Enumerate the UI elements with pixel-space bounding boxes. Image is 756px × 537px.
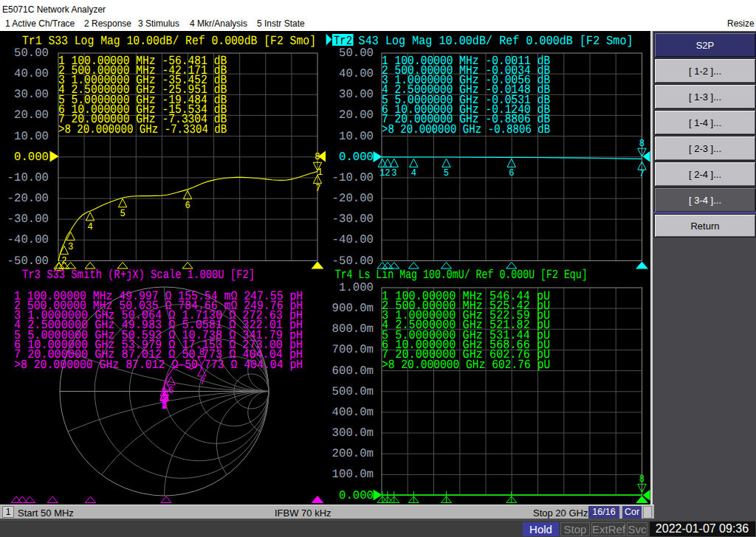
svg-text:4: 4: [411, 168, 416, 179]
svg-text:7: 7: [315, 184, 320, 195]
svg-text:-50.00: -50.00: [332, 254, 374, 268]
svg-text:3: 3: [68, 242, 73, 253]
svg-text:>8 20.000000 GHz 602.76 pU: >8 20.000000 GHz 602.76 pU: [382, 358, 550, 373]
svg-text:-10.00: -10.00: [332, 171, 374, 184]
svg-text:300.0m: 300.0m: [332, 426, 374, 440]
svg-text:0.000: 0.000: [339, 489, 374, 502]
svg-text:8: 8: [315, 152, 320, 163]
svg-text:0.000: 0.000: [14, 150, 49, 164]
svg-text:600.0m: 600.0m: [332, 364, 374, 378]
svg-text:6: 6: [509, 168, 514, 179]
svg-text:3: 3: [391, 168, 396, 179]
svg-text:7: 7: [639, 169, 645, 180]
svg-text:500.0m: 500.0m: [332, 385, 374, 398]
svg-text:40.00: 40.00: [339, 67, 374, 80]
svg-text:8: 8: [639, 139, 645, 150]
svg-text:10.00: 10.00: [339, 130, 374, 143]
svg-text:30.00: 30.00: [339, 88, 374, 101]
svg-text:1: 1: [317, 167, 323, 179]
svg-text:-10.00: -10.00: [7, 171, 49, 184]
svg-text:2: 2: [61, 256, 66, 267]
svg-text:4: 4: [87, 222, 92, 233]
svg-text:30.00: 30.00: [14, 88, 49, 101]
svg-text:10.00: 10.00: [14, 130, 49, 143]
svg-text:800.0m: 800.0m: [332, 322, 374, 336]
svg-text:>8 20.000000 GHz -7.3304 dB: >8 20.000000 GHz -7.3304 dB: [58, 123, 227, 137]
svg-text:5: 5: [120, 209, 125, 220]
svg-text:-30.00: -30.00: [7, 212, 49, 226]
svg-text:400.0m: 400.0m: [332, 406, 374, 419]
svg-text:20.00: 20.00: [339, 108, 374, 122]
svg-text:700.0m: 700.0m: [332, 343, 374, 356]
svg-text:-20.00: -20.00: [332, 192, 374, 205]
svg-text:2: 2: [385, 168, 390, 179]
svg-text:-40.00: -40.00: [7, 233, 49, 246]
svg-text:1.000: 1.000: [339, 281, 374, 294]
svg-text:S43 Log Mag 10.00dB/ Ref 0.000: S43 Log Mag 10.00dB/ Ref 0.000dB [F2 Smo…: [359, 35, 633, 49]
svg-text:Tr1 S33 Log Mag 10.00dB/ Ref 0: Tr1 S33 Log Mag 10.00dB/ Ref 0.000dB [F2…: [22, 35, 316, 49]
svg-text:Tr4 Ls Lin Mag 100.0mU/ Ref 0.: Tr4 Ls Lin Mag 100.0mU/ Ref 0.000U [F2 E…: [335, 268, 588, 283]
svg-text:-50.00: -50.00: [7, 254, 49, 268]
svg-text:6: 6: [168, 386, 173, 397]
svg-text:Tr3 S33 Smith (R+jX) Scale 1.0: Tr3 S33 Smith (R+jX) Scale 1.000U [F2]: [22, 268, 255, 283]
svg-text:-20.00: -20.00: [7, 192, 49, 205]
svg-text:8: 8: [199, 347, 205, 358]
svg-text:100.0m: 100.0m: [332, 468, 374, 481]
svg-text:0.000: 0.000: [339, 150, 374, 164]
svg-text:-30.00: -30.00: [332, 212, 374, 226]
svg-text:40.00: 40.00: [14, 67, 49, 80]
svg-text:>8 20.000000 GHz -0.8806 dB: >8 20.000000 GHz -0.8806 dB: [382, 123, 550, 137]
svg-text:-40.00: -40.00: [332, 233, 374, 246]
svg-text:>8 20.000000 GHz 87.012 Ω 50: >8 20.000000 GHz 87.012 Ω 50.773 Ω 404.0…: [14, 358, 303, 373]
svg-text:900.0m: 900.0m: [332, 302, 374, 315]
svg-text:Tr2: Tr2: [334, 35, 352, 49]
svg-text:8: 8: [639, 474, 645, 485]
svg-text:20.00: 20.00: [14, 108, 49, 122]
svg-text:200.0m: 200.0m: [332, 447, 374, 460]
svg-text:7: 7: [200, 377, 205, 388]
svg-text:6: 6: [185, 201, 190, 212]
svg-text:5: 5: [444, 168, 449, 179]
